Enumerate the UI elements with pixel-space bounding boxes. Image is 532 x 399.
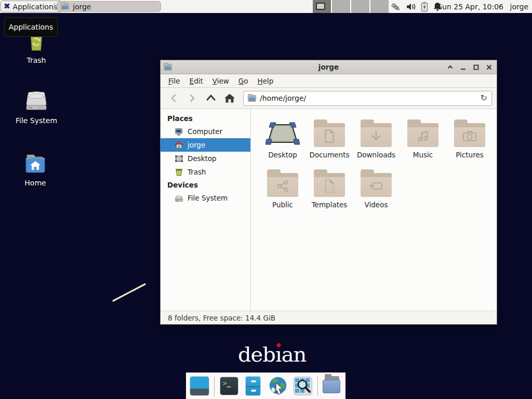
- menu-edit[interactable]: Edit: [185, 75, 208, 87]
- folder-pictures[interactable]: Pictures: [446, 117, 493, 167]
- file-manager-launcher[interactable]: [243, 376, 263, 396]
- desktop-icon-label: Trash: [27, 56, 46, 64]
- sidebar-item-label: File System: [188, 194, 228, 202]
- trash-icon: [175, 168, 183, 176]
- music-note-icon: [416, 129, 430, 143]
- hard-drive-icon: [175, 194, 183, 202]
- dock-separator: [317, 376, 318, 396]
- pen-tool-icon[interactable]: [390, 2, 401, 12]
- desktop-icon-label: Home: [24, 179, 46, 187]
- download-arrow-icon: [369, 129, 383, 143]
- file-manager-window: jorge File Edit View Go Help: [160, 60, 497, 325]
- sidebar-item-label: Computer: [188, 127, 222, 136]
- sidebar-item-label: jorge: [188, 141, 205, 149]
- close-button[interactable]: [485, 63, 494, 72]
- logo-text: an: [282, 342, 307, 366]
- menu-bar: File Edit View Go Help: [161, 74, 497, 88]
- folder-label: Documents: [310, 151, 350, 159]
- desktop-icon-file-system[interactable]: File System: [11, 89, 61, 125]
- folder-label: Music: [413, 151, 433, 159]
- folder-label: Videos: [365, 201, 388, 209]
- home-icon: [175, 141, 183, 149]
- workspace-1[interactable]: [313, 0, 331, 13]
- workspace-window-thumb: [316, 3, 325, 10]
- toolbar: /home/jorge/ ↻: [161, 88, 497, 109]
- logo-text: deb: [238, 342, 275, 366]
- sidebar-item-desktop[interactable]: Desktop: [161, 152, 250, 165]
- folder-launcher[interactable]: [322, 376, 342, 396]
- back-button[interactable]: [165, 90, 182, 106]
- template-document-icon: [323, 179, 336, 193]
- folder-icon: [361, 124, 392, 147]
- share-icon: [276, 179, 289, 193]
- folder-videos[interactable]: Videos: [353, 167, 400, 217]
- menu-go[interactable]: Go: [234, 75, 253, 87]
- sidebar-item-trash[interactable]: Trash: [161, 165, 250, 179]
- window-controls: [446, 60, 494, 74]
- file-icon-view: Desktop Documents: [251, 109, 497, 311]
- sidebar: Places Computer: [161, 109, 251, 311]
- workspace-2[interactable]: [332, 0, 350, 13]
- sidebar-places-header: Places: [161, 112, 250, 125]
- panel-username: jorge: [510, 0, 528, 13]
- folder-label: Pictures: [456, 151, 483, 159]
- sidebar-item-file-system[interactable]: File System: [161, 191, 250, 205]
- sidebar-devices-header: Devices: [161, 179, 250, 191]
- document-glyph-icon: [323, 129, 336, 143]
- taskbar-window-button[interactable]: jorge: [57, 1, 161, 12]
- desktop-special-icon: [265, 121, 300, 147]
- path-bar[interactable]: /home/jorge/ ↻: [243, 91, 492, 106]
- workspace-3[interactable]: [351, 0, 369, 13]
- forward-button[interactable]: [184, 90, 201, 106]
- video-camera-icon: [369, 180, 383, 192]
- window-titlebar[interactable]: jorge: [161, 60, 497, 74]
- sidebar-item-label: Trash: [188, 168, 206, 176]
- dock-separator: [214, 376, 215, 396]
- home-button[interactable]: [221, 90, 238, 106]
- menu-view[interactable]: View: [208, 75, 234, 87]
- desktop: ✖ Applications jorge: [0, 0, 532, 399]
- shade-button[interactable]: [446, 63, 455, 72]
- desktop-icon-label: File System: [16, 116, 57, 125]
- folder-music[interactable]: Music: [400, 117, 446, 167]
- xfce-applications-icon: ✖: [4, 3, 10, 10]
- sidebar-item-jorge[interactable]: jorge: [161, 138, 250, 152]
- sidebar-item-computer[interactable]: Computer: [161, 125, 250, 138]
- terminal-launcher[interactable]: >_: [219, 376, 239, 396]
- menu-help[interactable]: Help: [253, 75, 278, 87]
- applications-tooltip: Applications: [4, 17, 58, 37]
- up-button[interactable]: [203, 90, 219, 106]
- folder-public[interactable]: Public: [259, 167, 306, 217]
- folder-icon: [361, 174, 392, 197]
- panel-clock[interactable]: Sun 25 Apr, 10:06: [437, 0, 503, 13]
- globe-cursor-icon: [268, 375, 288, 397]
- folder-icon: [314, 174, 345, 197]
- address-text[interactable]: /home/jorge/: [260, 94, 477, 102]
- show-desktop-launcher[interactable]: [190, 376, 209, 396]
- minimize-button[interactable]: [459, 63, 468, 72]
- folder-icon: [267, 174, 298, 197]
- system-tray: [390, 0, 442, 13]
- panel-handle[interactable]: [53, 2, 56, 11]
- folder-label: Public: [272, 201, 293, 209]
- maximize-button[interactable]: [472, 63, 481, 72]
- folder-documents[interactable]: Documents: [306, 117, 353, 167]
- app-finder-launcher[interactable]: [293, 376, 313, 396]
- folder-icon: [314, 124, 345, 147]
- folder-templates[interactable]: Templates: [306, 167, 353, 217]
- folder-desktop[interactable]: Desktop: [259, 117, 306, 167]
- reload-icon[interactable]: ↻: [481, 94, 487, 102]
- web-browser-launcher[interactable]: [268, 376, 288, 396]
- battery-charging-icon[interactable]: [421, 2, 428, 12]
- menu-file[interactable]: File: [164, 75, 185, 87]
- applications-menu-label: Applications: [13, 3, 58, 11]
- folder-label: Downloads: [357, 151, 395, 159]
- desktop-icon-home[interactable]: Home: [10, 152, 60, 187]
- workspace-4[interactable]: [370, 0, 389, 13]
- folder-icon: [454, 124, 485, 147]
- folder-downloads[interactable]: Downloads: [353, 117, 400, 167]
- folder-icon: [407, 124, 438, 147]
- debian-logo: debıan: [238, 342, 306, 366]
- camera-icon: [462, 130, 477, 142]
- volume-icon[interactable]: [406, 2, 416, 11]
